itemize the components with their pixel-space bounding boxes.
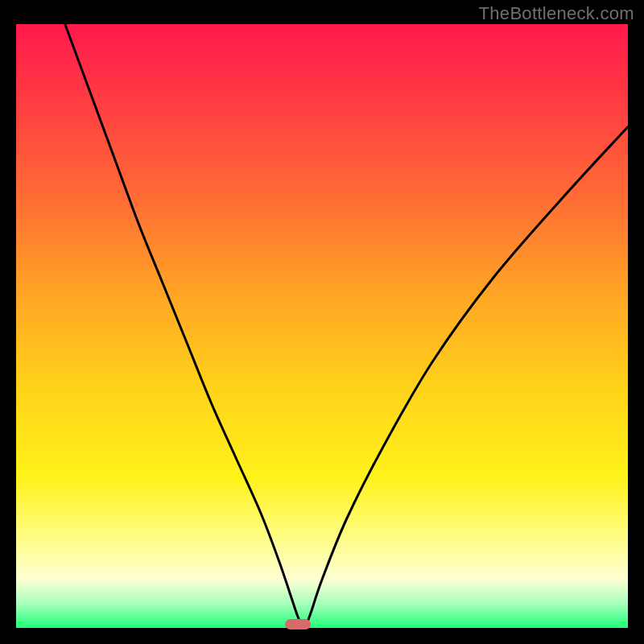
bottleneck-curve [65,24,628,628]
curve-layer [16,24,628,628]
watermark-text: TheBottleneck.com [479,3,634,24]
plot-area [16,24,628,628]
optimum-marker [285,619,311,630]
chart-frame: TheBottleneck.com [0,0,644,644]
